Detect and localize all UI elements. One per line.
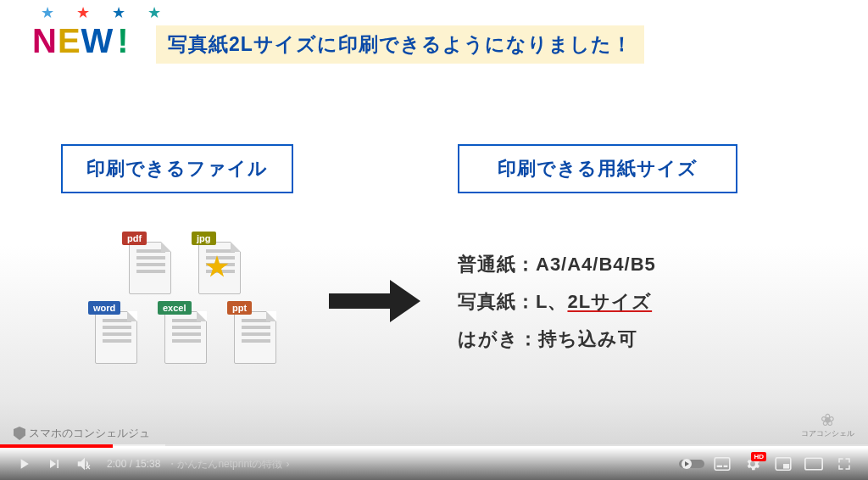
- fullscreen-button[interactable]: [829, 449, 860, 479]
- svg-rect-6: [783, 464, 789, 469]
- file-tag: jpg: [192, 232, 216, 245]
- settings-button[interactable]: HD: [737, 449, 768, 479]
- file-ppt-icon: ppt: [229, 303, 281, 364]
- paper-sizes-list: 普通紙：A3/A4/B4/B5 写真紙：L、2Lサイズ はがき：持ち込み可: [458, 246, 656, 358]
- next-button[interactable]: [39, 449, 70, 479]
- theater-button[interactable]: [798, 449, 829, 479]
- controls-bar: 2:00 / 15:38 ・かんたんnetprintの特徴› HD: [0, 448, 868, 480]
- chapter-title[interactable]: ・かんたんnetprintの特徴›: [167, 457, 289, 472]
- file-tag: ppt: [227, 301, 252, 315]
- new-text: NEW!: [32, 22, 130, 60]
- file-icons-group: pdf jpg word excel ppt: [90, 233, 319, 369]
- stars-icon: ★★★★: [41, 3, 183, 22]
- video-frame[interactable]: ★★★★ NEW! 写真紙2Lサイズに印刷できるようになりました！ 印刷できるフ…: [0, 0, 868, 446]
- svg-rect-4: [724, 466, 728, 467]
- shield-icon: [14, 427, 25, 440]
- miniplayer-button[interactable]: [768, 449, 798, 479]
- svg-rect-3: [717, 466, 722, 467]
- section-sizes-title: 印刷できる用紙サイズ: [458, 144, 737, 193]
- file-jpg-icon: jpg: [193, 233, 246, 294]
- headline: 写真紙2Lサイズに印刷できるようになりました！: [156, 25, 644, 64]
- svg-rect-2: [715, 458, 730, 470]
- arrow-right-icon: [329, 280, 431, 322]
- subtitles-button[interactable]: [707, 449, 737, 479]
- highlight-2l: 2Lサイズ: [567, 291, 652, 312]
- autoplay-toggle[interactable]: [676, 449, 707, 479]
- video-player: ★★★★ NEW! 写真紙2Lサイズに印刷できるようになりました！ 印刷できるフ…: [0, 0, 868, 480]
- file-word-icon: word: [90, 303, 142, 364]
- size-line-photo: 写真紙：L、2Lサイズ: [458, 283, 656, 321]
- file-excel-icon: excel: [159, 303, 212, 364]
- size-line-postcard: はがき：持ち込み可: [458, 321, 656, 358]
- file-tag: word: [88, 301, 120, 315]
- play-button[interactable]: [8, 449, 39, 479]
- hd-badge: HD: [751, 452, 766, 461]
- file-tag: excel: [158, 301, 192, 315]
- channel-watermark[interactable]: スマホのコンシェルジュ: [14, 426, 150, 441]
- file-tag: pdf: [122, 232, 147, 245]
- time-display: 2:00 / 15:38: [107, 458, 160, 470]
- file-pdf-icon: pdf: [124, 233, 176, 294]
- size-line-plain: 普通紙：A3/A4/B4/B5: [458, 246, 656, 283]
- svg-rect-7: [805, 458, 822, 470]
- corner-logo: ❀コアコンシェル: [801, 411, 854, 439]
- section-files-title: 印刷できるファイル: [61, 144, 293, 193]
- chevron-right-icon: ›: [286, 458, 289, 470]
- mute-button[interactable]: [70, 449, 100, 479]
